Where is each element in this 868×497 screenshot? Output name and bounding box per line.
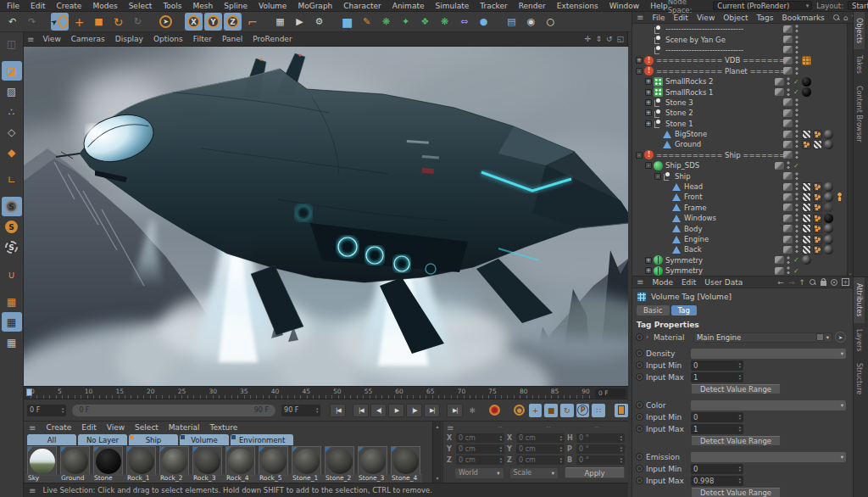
menu-item[interactable]: MoGraph xyxy=(298,2,332,10)
object-menu-item[interactable]: Bookmarks xyxy=(782,14,825,22)
layer-tab[interactable]: Ship xyxy=(129,434,178,445)
visibility-dots-icon[interactable] xyxy=(795,235,798,243)
visibility-dots-icon[interactable] xyxy=(795,182,798,191)
layer-chip[interactable] xyxy=(783,236,793,243)
layer-tab[interactable]: No Layer xyxy=(78,434,127,445)
menu-item[interactable]: Tracker xyxy=(480,2,507,10)
axis-x-lock-icon[interactable]: X xyxy=(185,13,203,31)
tree-row[interactable]: ------------------------------ ✓ xyxy=(632,24,853,34)
tag-icon[interactable] xyxy=(813,130,822,139)
tag-icon[interactable] xyxy=(813,245,822,254)
tree-row[interactable]: Back ✓ xyxy=(632,244,853,254)
axis-z-lock-icon[interactable]: Z xyxy=(224,13,242,31)
tree-row[interactable]: Ground ✓ xyxy=(632,139,853,149)
object-label[interactable]: =========== VDB ============ xyxy=(656,56,783,64)
floor-icon[interactable]: ▤ xyxy=(503,13,520,31)
layer-tab[interactable]: Environment xyxy=(231,434,293,445)
playback-options-button[interactable] xyxy=(615,404,628,417)
key-rotation-toggle[interactable]: ↻ xyxy=(560,404,574,417)
spline-pen-icon[interactable]: ✎ xyxy=(358,13,376,31)
menu-item[interactable]: Animate xyxy=(392,2,425,10)
object-label[interactable]: Stone 3 xyxy=(665,98,783,107)
menu-item[interactable]: Character xyxy=(343,2,381,10)
lock-icon[interactable] xyxy=(821,281,826,286)
material-item[interactable]: Rock_4 xyxy=(224,446,257,483)
layer-chip[interactable] xyxy=(783,120,793,127)
pick-object-button[interactable]: ➤ xyxy=(835,332,846,343)
tag-icon[interactable] xyxy=(813,193,822,202)
search-icon[interactable] xyxy=(810,279,816,286)
attribute-number-field[interactable]: 0▴▾ xyxy=(691,464,743,474)
menu-item[interactable]: Window xyxy=(609,2,640,10)
key-scale-toggle[interactable]: ■ xyxy=(544,404,558,417)
object-menu-item[interactable]: Tags xyxy=(757,14,774,22)
coords-field[interactable]: 0 cm▴▾ xyxy=(516,433,565,443)
viewport-menu-item[interactable]: Options xyxy=(153,35,183,43)
coords-scale-select[interactable]: Scale▾ xyxy=(510,468,559,478)
tree-row[interactable]: + Stone 3 ✓ xyxy=(632,98,853,108)
snap-enable-icon[interactable]: S xyxy=(2,197,22,216)
tag-icon[interactable] xyxy=(813,214,822,223)
expand-toggle[interactable]: + xyxy=(645,109,652,116)
tree-row[interactable]: - =========== Ship ============ ✓ xyxy=(632,150,853,160)
detect-value-range-button[interactable]: Detect Value Range xyxy=(691,436,781,446)
visibility-dots-icon[interactable] xyxy=(795,109,798,117)
material-menu-item[interactable]: Select xyxy=(135,423,159,432)
tag-icon[interactable] xyxy=(802,193,811,202)
attribute-number-field[interactable]: 1▴▾ xyxy=(691,372,743,383)
visibility-dots-icon[interactable] xyxy=(795,245,798,254)
visibility-dots-icon[interactable] xyxy=(795,46,798,54)
anim-dot-icon[interactable] xyxy=(636,413,643,421)
search-icon[interactable] xyxy=(833,14,840,21)
visibility-dots-icon[interactable] xyxy=(795,67,798,75)
viewport-menu-item[interactable]: ProRender xyxy=(253,35,292,43)
material-item[interactable]: Stone_4 xyxy=(389,446,422,483)
layer-chip[interactable] xyxy=(783,36,793,43)
object-label[interactable]: Frame xyxy=(684,204,783,212)
tag-icon[interactable] xyxy=(802,56,811,65)
object-label[interactable]: Ship xyxy=(675,172,783,181)
target-icon[interactable] xyxy=(831,279,837,286)
object-label[interactable]: Ground xyxy=(675,140,783,148)
expand-toggle[interactable]: - xyxy=(636,68,643,75)
coords-field[interactable]: 0 °▴▾ xyxy=(576,433,625,443)
key-pla-toggle[interactable]: ∷ xyxy=(592,404,605,417)
material-item[interactable]: Rock_2 xyxy=(158,446,191,483)
tree-row[interactable]: Body ✓ xyxy=(632,223,853,233)
axis-y-lock-icon[interactable]: Y xyxy=(204,13,222,31)
layer-tab[interactable]: All xyxy=(27,434,76,445)
expand-toggle[interactable]: + xyxy=(636,57,643,64)
cloner-icon[interactable]: ❋ xyxy=(436,13,453,31)
object-label[interactable]: Front xyxy=(684,193,783,201)
object-label[interactable]: Back xyxy=(684,245,783,254)
tree-row[interactable]: Windows ✓ xyxy=(632,213,853,223)
visibility-dots-icon[interactable] xyxy=(787,88,790,97)
menu-item[interactable]: Select xyxy=(129,2,153,10)
tab-tag[interactable]: Tag xyxy=(671,305,697,316)
anim-dot-icon[interactable] xyxy=(636,477,643,484)
side-tab[interactable]: Structure xyxy=(854,357,865,400)
render-view-icon[interactable]: ▦ xyxy=(271,13,289,31)
layer-chip[interactable] xyxy=(783,204,793,211)
tag-icon[interactable] xyxy=(824,235,833,244)
menu-item[interactable]: File xyxy=(7,2,19,10)
tag-icon[interactable] xyxy=(824,224,833,233)
symmetry-icon[interactable]: ⇔ xyxy=(455,13,473,31)
end-frame-field[interactable]: 90 F▴▾ xyxy=(281,405,320,416)
tab-basic[interactable]: Basic xyxy=(637,305,670,316)
tree-row[interactable]: + SmallRocks 1 ✓ xyxy=(632,87,853,97)
previous-key-button[interactable]: |◀ xyxy=(353,404,369,417)
visibility-dots-icon[interactable] xyxy=(795,56,798,64)
timeline-frame-box[interactable]: 0 F xyxy=(595,388,626,398)
material-menu-item[interactable]: Edit xyxy=(81,423,96,432)
generator-icon[interactable]: ✦ xyxy=(397,13,415,31)
attribute-dropdown[interactable]: ▾ xyxy=(691,400,846,410)
render-picture-viewer-icon[interactable]: ▶ xyxy=(291,13,309,31)
tree-row[interactable]: Frame ✓ xyxy=(632,203,853,213)
object-label[interactable]: Scene by Yan Ge xyxy=(665,36,783,44)
tag-icon[interactable] xyxy=(813,182,822,192)
layer-chip[interactable] xyxy=(783,46,793,53)
visibility-dots-icon[interactable] xyxy=(787,161,790,170)
tag-icon[interactable] xyxy=(824,214,833,223)
record-key-icon[interactable]: ✱ xyxy=(465,404,479,417)
